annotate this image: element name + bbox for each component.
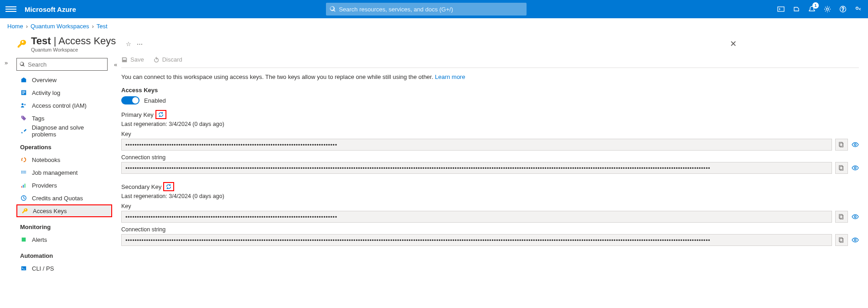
svg-point-11 [22,117,23,118]
reveal-primary-conn-button[interactable] [852,164,859,172]
svg-rect-22 [21,266,26,271]
svg-rect-19 [25,184,26,188]
secondary-key-heading: Secondary Key [121,183,161,190]
intro-text: You can connect to this workspace using … [121,68,859,84]
secondary-conn-field[interactable]: ••••••••••••••••••••••••••••••••••••••••… [121,234,832,246]
feedback-icon[interactable] [854,5,863,13]
svg-point-9 [21,103,23,105]
secondary-regen-info: Last regeneration: 3/4/2024 (0 days ago) [121,193,859,199]
sidebar-item-notebooks[interactable]: Notebooks [16,153,112,166]
save-button[interactable]: Save [121,56,144,63]
copy-icon [838,237,845,243]
diagnose-icon [20,127,27,135]
svg-rect-7 [22,92,26,93]
svg-point-34 [854,239,856,241]
sidebar-item-alerts[interactable]: Alerts [16,233,112,246]
breadcrumb-resource[interactable]: Test [97,23,108,30]
reveal-secondary-conn-button[interactable] [852,236,859,244]
svg-point-1 [826,8,828,10]
save-icon [121,57,128,63]
notification-badge: 1 [812,2,819,9]
copy-primary-key-button[interactable] [835,139,848,151]
sidebar-section-monitoring: Monitoring [16,217,112,233]
help-icon[interactable]: ? [839,5,847,13]
global-search[interactable] [326,3,527,16]
notebooks-icon [20,156,27,163]
svg-point-28 [854,167,856,169]
eye-icon [852,141,859,148]
toggle-label: Enabled [144,97,166,104]
sidebar-item-activity-log[interactable]: Activity log [16,86,112,99]
access-keys-toggle[interactable] [121,96,140,104]
regenerate-primary-button[interactable] [155,110,166,119]
cli-icon [20,265,27,272]
sidebar-item-credits[interactable]: Credits and Quotas [16,192,112,204]
sidebar-item-iam[interactable]: Access control (IAM) [16,99,112,112]
notifications-icon[interactable]: 1 [808,5,816,13]
primary-key-label: Key [121,131,859,137]
primary-conn-field[interactable]: ••••••••••••••••••••••••••••••••••••••••… [121,162,832,174]
credits-icon [20,194,27,202]
copy-secondary-key-button[interactable] [835,211,848,223]
sidebar-search[interactable] [16,58,108,71]
key-icon [16,39,26,49]
svg-point-31 [854,216,856,218]
primary-conn-label: Connection string [121,154,859,161]
secondary-key-label: Key [121,203,859,209]
settings-icon[interactable] [823,5,832,13]
eye-icon [852,213,859,220]
learn-more-link[interactable]: Learn more [435,73,465,80]
sidebar-search-input[interactable] [28,61,104,68]
sidebar-item-job-management[interactable]: Job management [16,166,112,179]
expand-sidebar-chevron[interactable]: » [5,59,8,66]
svg-text:?: ? [842,7,844,12]
page-title: Test | Access Keys [31,35,116,47]
primary-key-field[interactable]: ••••••••••••••••••••••••••••••••••••••••… [121,139,832,151]
discard-button[interactable]: Discard [153,56,182,63]
reveal-secondary-key-button[interactable] [852,213,859,220]
discard-icon [153,57,160,63]
copy-icon [838,165,845,171]
copy-primary-conn-button[interactable] [835,162,848,174]
svg-rect-21 [22,238,26,242]
svg-rect-15 [23,171,26,172]
copy-icon [838,214,845,220]
svg-point-25 [854,144,856,146]
breadcrumb-workspaces[interactable]: Quantum Workspaces [31,23,89,30]
sidebar-item-diagnose[interactable]: Diagnose and solve problems [16,125,112,137]
alerts-icon [20,236,27,243]
svg-rect-8 [22,94,24,94]
sidebar-item-cli[interactable]: CLI / PS [16,262,112,275]
breadcrumb-home[interactable]: Home [7,23,23,30]
svg-rect-17 [21,186,22,188]
sidebar-item-providers[interactable]: Providers [16,179,112,192]
search-icon [330,6,336,12]
secondary-key-field[interactable]: ••••••••••••••••••••••••••••••••••••••••… [121,211,832,223]
primary-key-heading: Primary Key [121,111,154,118]
search-icon [20,62,25,67]
sidebar-item-access-keys[interactable]: Access Keys [16,204,112,217]
hamburger-menu[interactable] [5,6,16,12]
breadcrumb: Home › Quantum Workspaces › Test [0,18,868,31]
global-search-input[interactable] [339,6,523,13]
sidebar-section-automation: Automation [16,246,112,262]
access-keys-heading: Access Keys [121,87,859,94]
eye-icon [852,236,859,244]
sidebar-item-overview[interactable]: Overview [16,73,112,86]
primary-regen-info: Last regeneration: 3/4/2024 (0 days ago) [121,121,859,127]
refresh-icon [158,111,164,118]
job-icon [20,169,27,176]
tags-icon [20,115,27,122]
cloud-shell-icon[interactable] [777,5,785,13]
sidebar-item-tags[interactable]: Tags [16,112,112,125]
copilot-icon[interactable] [792,5,801,13]
copy-secondary-conn-button[interactable] [835,234,848,246]
svg-rect-18 [23,185,24,188]
regenerate-secondary-button[interactable] [163,182,174,191]
iam-icon [20,102,27,109]
reveal-primary-key-button[interactable] [852,141,859,148]
secondary-conn-label: Connection string [121,226,859,233]
overview-icon [20,76,27,84]
refresh-icon [165,183,172,190]
sidebar-section-operations: Operations [16,137,112,153]
